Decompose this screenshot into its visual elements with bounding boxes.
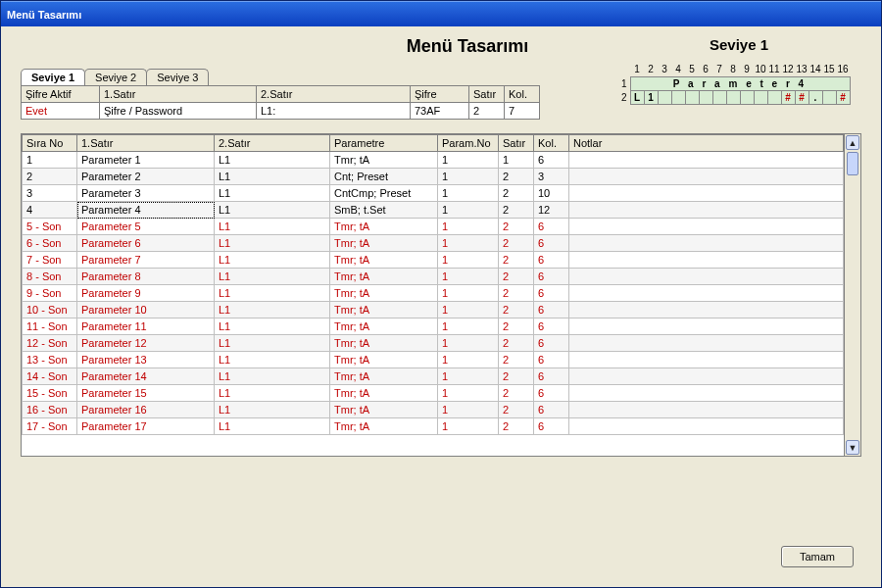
mh-2satir[interactable]: 2.Satır [215,135,330,152]
cell[interactable]: 2 [23,169,77,185]
mh-satir[interactable]: Satır [499,135,534,152]
cell-notlar[interactable] [569,402,844,418]
titlebar[interactable]: Menü Tasarımı [1,1,881,26]
cell[interactable]: 2 [499,235,534,252]
mh-notlar[interactable]: Notlar [569,135,844,152]
cell[interactable]: 1 [438,185,499,202]
cell[interactable]: L1 [215,152,330,169]
cell[interactable]: L1 [215,219,330,235]
cell[interactable]: 1 [438,418,499,435]
scroll-down-icon[interactable]: ▼ [846,440,859,455]
cell[interactable]: 11 - Son [23,318,77,335]
cell[interactable]: Tmr; tA [330,368,438,385]
table-row[interactable]: 5 - SonParameter 5L1Tmr; tA126 [23,219,844,235]
table-row[interactable]: 9 - SonParameter 9L1Tmr; tA126 [23,285,844,302]
cell[interactable]: L1 [215,318,330,335]
cell[interactable]: Tmr; tA [330,235,438,252]
cell[interactable]: 2 [499,252,534,269]
cell[interactable]: 2 [499,385,534,402]
cell[interactable]: 6 [534,335,569,352]
cell[interactable]: 6 [534,285,569,302]
cell[interactable]: 1 [438,402,499,418]
cell[interactable]: Parameter 14 [77,368,215,385]
cell[interactable]: L1 [215,418,330,435]
cell[interactable]: Parameter 9 [77,285,215,302]
cell[interactable]: 1 [438,269,499,285]
cell[interactable]: 17 - Son [23,418,77,435]
cell[interactable]: L1 [215,335,330,352]
cell[interactable]: Tmr; tA [330,269,438,285]
cell[interactable]: 12 [534,202,569,219]
cell[interactable]: L1 [215,385,330,402]
cell[interactable]: Tmr; tA [330,335,438,352]
cell-notlar[interactable] [569,152,844,169]
header-table[interactable]: Şifre Aktif 1.Satır 2.Satır Şifre Satır … [21,85,540,120]
cell[interactable]: Parameter 2 [77,169,215,185]
cell[interactable]: Parameter 5 [77,219,215,235]
cell[interactable]: L1 [215,302,330,318]
table-row[interactable]: 3Parameter 3L1CntCmp; Preset1210 [23,185,844,202]
cell[interactable]: Parameter 17 [77,418,215,435]
cell[interactable]: 6 [534,152,569,169]
mh-paramno[interactable]: Param.No [438,135,499,152]
cell[interactable]: L1 [215,352,330,368]
cell[interactable]: 2 [499,269,534,285]
cell[interactable]: Tmr; tA [330,352,438,368]
table-row[interactable]: 6 - SonParameter 6L1Tmr; tA126 [23,235,844,252]
cell-sifre[interactable]: 73AF [411,103,469,120]
cell-notlar[interactable] [569,418,844,435]
cell[interactable]: 5 - Son [23,219,77,235]
cell[interactable]: Tmr; tA [330,302,438,318]
cell[interactable]: 2 [499,335,534,352]
cell-sifre-aktif[interactable]: Evet [22,103,100,120]
mh-1satir[interactable]: 1.Satır [77,135,215,152]
cell[interactable]: L1 [215,402,330,418]
cell[interactable]: L1 [215,269,330,285]
cell[interactable]: CntCmp; Preset [330,185,438,202]
mh-kol[interactable]: Kol. [534,135,569,152]
table-row[interactable]: 4Parameter 4L1SmB; t.Set1212 [23,202,844,219]
tab-seviye-2[interactable]: Seviye 2 [84,69,147,85]
table-row[interactable]: 17 - SonParameter 17L1Tmr; tA126 [23,418,844,435]
table-row[interactable]: 12 - SonParameter 12L1Tmr; tA126 [23,335,844,352]
cell[interactable]: 1 [438,385,499,402]
cell[interactable]: 8 - Son [23,269,77,285]
cell[interactable]: Tmr; tA [330,385,438,402]
cell[interactable]: Parameter 4 [77,202,215,219]
cell[interactable]: 6 [534,269,569,285]
cell[interactable]: 1 [438,368,499,385]
cell[interactable]: 14 - Son [23,368,77,385]
cell[interactable]: L1 [215,169,330,185]
cell[interactable]: 2 [499,185,534,202]
cell[interactable]: 2 [499,302,534,318]
header-table-row[interactable]: Evet Şifre / Password L1: 73AF 2 7 [22,103,540,120]
cell[interactable]: 2 [499,318,534,335]
cell[interactable]: 15 - Son [23,385,77,402]
cell[interactable]: 2 [499,285,534,302]
cell[interactable]: 2 [499,352,534,368]
cell[interactable]: Parameter 16 [77,402,215,418]
cell[interactable]: Parameter 6 [77,235,215,252]
cell[interactable]: 12 - Son [23,335,77,352]
ok-button[interactable]: Tamam [781,546,854,567]
cell[interactable]: 1 [438,335,499,352]
scroll-up-icon[interactable]: ▲ [846,135,859,150]
cell[interactable]: L1 [215,285,330,302]
cell-2satir[interactable]: L1: [257,103,411,120]
table-row[interactable]: 2Parameter 2L1Cnt; Preset123 [23,169,844,185]
cell[interactable]: Tmr; tA [330,152,438,169]
cell[interactable]: Parameter 15 [77,385,215,402]
cell[interactable]: L1 [215,252,330,269]
cell[interactable]: Parameter 11 [77,318,215,335]
cell-notlar[interactable] [569,352,844,368]
cell-notlar[interactable] [569,285,844,302]
scrollbar-vertical[interactable]: ▲ ▼ [844,134,860,456]
cell[interactable]: 6 [534,368,569,385]
cell[interactable]: 2 [499,368,534,385]
cell[interactable]: 4 [23,202,77,219]
cell[interactable]: 1 [438,235,499,252]
cell[interactable]: Tmr; tA [330,252,438,269]
cell[interactable]: 6 [534,352,569,368]
cell-notlar[interactable] [569,302,844,318]
cell-notlar[interactable] [569,169,844,185]
